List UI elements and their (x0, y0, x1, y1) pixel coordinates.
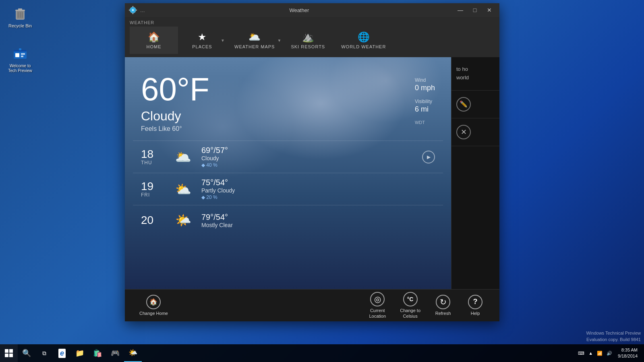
change-celsius-label: Change toCelsius (400, 308, 420, 319)
recycle-bin-icon[interactable]: Recycle Bin (4, 4, 36, 30)
title-bar: ... Weather — □ ✕ (125, 3, 499, 17)
taskbar-watermark: Windows Technical Preview Evaluation cop… (586, 330, 641, 343)
network-icon: 📶 (597, 351, 603, 356)
svg-rect-2 (18, 8, 22, 10)
nav-items: 🏠 HOME ★ PLACES ▼ 🌥️ WEATHER MAPS ▼ ⛰️ S… (130, 27, 495, 54)
welcome-icon[interactable]: Welcome to Tech Preview (4, 44, 36, 75)
forecast-precip-thu: ◆ 40 % (201, 162, 414, 168)
nav-world-weather-label: WORLD WEATHER (341, 44, 386, 49)
wind-detail: Wind 0 mph (415, 77, 435, 92)
visibility-value: 6 mi (415, 105, 435, 114)
side-panel-action-edit[interactable]: ✏️ (451, 91, 499, 118)
weather-main: 60°F Cloudy Feels Like 60° Wind 0 mph Vi… (125, 57, 499, 289)
nav-weather-maps-label: WEATHER MAPS (234, 44, 275, 49)
minimize-button[interactable]: — (453, 3, 467, 17)
nav-item-weather-maps[interactable]: 🌥️ WEATHER MAPS ▼ (226, 27, 283, 54)
change-celsius-icon: °C (403, 292, 418, 306)
watermark-line2: Evaluation copy. Build 9841 (586, 337, 641, 343)
speaker-icon-button[interactable]: 🔊 (605, 344, 614, 362)
forecast-item-fri: 19 FRI ⛅ 75°/54° Partly Cloudy ◆ 20 % (133, 173, 443, 205)
forecast-cond-fri: Partly Cloudy (201, 187, 435, 194)
condition-text: Cloudy (141, 109, 209, 124)
games-button[interactable]: 🎮 (106, 344, 124, 362)
restore-button[interactable]: □ (468, 3, 482, 17)
help-icon: ? (468, 295, 482, 309)
svg-point-14 (132, 9, 134, 11)
system-clock[interactable]: 8:35 AM 9/18/2014 (615, 346, 641, 360)
svg-rect-10 (21, 53, 25, 55)
speaker-icon: 🔊 (607, 351, 612, 356)
recycle-bin-image (12, 6, 28, 22)
forecast-container: 18 THU 🌥️ 69°/57° Cloudy ◆ 40 % ▶ 19 (125, 141, 451, 235)
data-source: WDT (415, 120, 435, 125)
task-view-icon: ⧉ (42, 350, 46, 357)
games-icon: 🎮 (111, 349, 120, 358)
forecast-cond-thu: Cloudy (201, 155, 414, 161)
bottom-toolbar: 🏠 Change Home ◎ CurrentLocation °C Chang… (125, 289, 499, 321)
forecast-day-name-thu: THU (141, 160, 165, 165)
weather-maps-nav-icon: 🌥️ (248, 31, 261, 43)
forecast-day-num-18: 18 (141, 149, 165, 160)
store-button[interactable]: 🛍️ (89, 344, 106, 362)
visibility-detail: Visibility 6 mi (415, 99, 435, 114)
nav-item-world-weather[interactable]: 🌐 WORLD WEATHER (333, 27, 394, 54)
nav-places-label: PLACES (192, 44, 212, 49)
forecast-info-fri: 75°/54° Partly Cloudy ◆ 20 % (201, 178, 435, 200)
welcome-label: Welcome to Tech Preview (8, 64, 32, 73)
notification-chevron[interactable]: ▲ (587, 344, 594, 362)
forecast-temps-sat: 79°/54° (201, 213, 435, 222)
current-weather: 60°F Cloudy Feels Like 60° (141, 73, 209, 132)
forecast-day-num-19: 19 (141, 181, 165, 192)
side-panel: to howorld ✏️ ✕ (451, 57, 499, 289)
network-icon-button[interactable]: 📶 (595, 344, 604, 362)
close-button[interactable]: ✕ (482, 3, 496, 17)
file-explorer-button[interactable]: 📁 (71, 344, 89, 362)
system-tray: ⌨ ▲ 📶 🔊 8:35 AM 9/18/2014 (576, 344, 644, 362)
forecast-day-num-20: 20 (141, 215, 165, 226)
forecast-date-18: 18 THU (141, 149, 165, 165)
keyboard-icon-button[interactable]: ⌨ (576, 344, 586, 362)
refresh-label: Refresh (435, 311, 451, 316)
search-button[interactable]: 🔍 (18, 344, 35, 362)
forecast-play-button-thu[interactable]: ▶ (422, 151, 435, 163)
places-dropdown-icon: ▼ (221, 38, 225, 43)
change-celsius-button[interactable]: °C Change toCelsius (393, 289, 427, 322)
forecast-icon-thu: 🌥️ (173, 147, 193, 167)
task-view-button[interactable]: ⧉ (35, 344, 53, 362)
forecast-item-thu: 18 THU 🌥️ 69°/57° Cloudy ◆ 40 % ▶ (133, 141, 443, 173)
ski-resorts-nav-icon: ⛰️ (302, 31, 314, 43)
keyboard-icon: ⌨ (578, 351, 584, 356)
places-nav-icon: ★ (198, 31, 207, 43)
internet-explorer-button[interactable]: e (53, 344, 71, 362)
weather-app-icon (128, 5, 138, 15)
refresh-button[interactable]: ↻ Refresh (427, 292, 459, 319)
nav-item-home[interactable]: 🏠 HOME (130, 27, 178, 54)
taskbar: 🔍 ⧉ e 📁 🛍️ 🎮 🌤️ ⌨ ▲ 📶 🔊 8:35 AM 9/18/201… (0, 344, 644, 362)
window-title: Weather (145, 7, 453, 13)
chevron-up-icon: ▲ (588, 351, 593, 356)
nav-ski-resorts-label: SKI RESORTS (291, 44, 325, 49)
welcome-image (12, 46, 28, 62)
help-button[interactable]: ? Help (459, 292, 491, 319)
start-button[interactable] (0, 344, 18, 362)
forecast-date-20: 20 (141, 215, 165, 226)
change-home-button[interactable]: 🏠 Change Home (133, 292, 174, 319)
ie-icon: e (58, 349, 66, 358)
nav-item-ski-resorts[interactable]: ⛰️ SKI RESORTS (283, 27, 333, 54)
forecast-date-19: 19 FRI (141, 181, 165, 198)
change-home-icon: 🏠 (146, 295, 161, 309)
forecast-icon-sat: 🌤️ (173, 210, 193, 230)
file-explorer-icon: 📁 (75, 349, 84, 358)
weather-taskbar-button[interactable]: 🌤️ (124, 344, 142, 362)
side-text-content: to howorld (456, 66, 469, 81)
help-label: Help (471, 311, 480, 316)
windows-logo-icon (5, 349, 13, 357)
visibility-label: Visibility (415, 99, 435, 104)
weather-content: 60°F Cloudy Feels Like 60° Wind 0 mph Vi… (125, 57, 451, 289)
nav-item-places[interactable]: ★ PLACES ▼ (178, 27, 226, 54)
side-panel-action-close[interactable]: ✕ (451, 118, 499, 146)
forecast-item-sat: 20 🌤️ 79°/54° Mostly Clear (133, 205, 443, 235)
current-location-icon: ◎ (370, 292, 385, 306)
weather-window: ... Weather — □ ✕ WEATHER 🏠 HOME ★ PLACE… (125, 3, 499, 321)
current-location-button[interactable]: ◎ CurrentLocation (361, 289, 393, 322)
